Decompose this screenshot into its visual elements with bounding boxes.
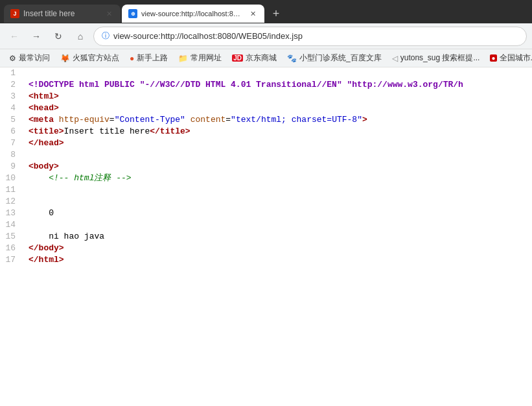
lock-icon: ⓘ (102, 30, 110, 42)
bookmark-xinshou[interactable]: ● 新手上路 (126, 51, 172, 65)
line-number: 15 (0, 231, 26, 243)
source-line-3: 3<html> (0, 91, 532, 102)
new-tab-button[interactable]: + (267, 5, 285, 23)
line-number: 4 (0, 102, 26, 114)
source-line-4: 4<head> (0, 102, 532, 114)
line-content: </html> (26, 254, 532, 266)
bookmarks-bar: ⚙ 最常访问 🦊 火狐官方站点 ● 新手上路 📁 常用网址 JD 京东商城 🐾 … (0, 49, 532, 67)
source-line-5: 5<meta http-equiv="Content-Type" content… (0, 114, 532, 126)
refresh-button[interactable]: ↻ (49, 27, 67, 45)
line-number: 14 (0, 219, 26, 231)
browser-window: J Insert title here ✕ ⊕ view-source:http… (0, 0, 532, 406)
line-content: <html> (26, 91, 532, 102)
source-line-14: 14 (0, 219, 532, 231)
changyong-icon: 📁 (178, 54, 188, 63)
line-number: 17 (0, 254, 26, 266)
line-content: <meta http-equiv="Content-Type" content=… (26, 114, 532, 126)
source-line-10: 10 <!-- html注释 --> (0, 173, 532, 184)
source-line-7: 7</head> (0, 137, 532, 149)
tab-1-title: Insert title here (23, 9, 100, 18)
address-bar[interactable]: ⓘ view-source:http://localhost:8080/WEB0… (93, 27, 527, 46)
tab-2[interactable]: ⊕ view-source:http://localhost:8080/WEB0… (122, 5, 264, 23)
zuichang-icon: ⚙ (9, 54, 16, 63)
source-line-13: 13 0 (0, 208, 532, 219)
line-number: 6 (0, 126, 26, 137)
line-content: <!DOCTYPE html PUBLIC "-//W3C//DTD HTML … (26, 79, 532, 91)
tab-1[interactable]: J Insert title here ✕ (4, 5, 121, 23)
bookmark-zuichang[interactable]: ⚙ 最常访问 (5, 51, 54, 65)
back-button[interactable]: ← (5, 27, 23, 45)
line-content: <head> (26, 102, 532, 114)
line-number: 12 (0, 196, 26, 208)
xiaoxing-icon: 🐾 (287, 54, 297, 63)
source-line-6: 6<title>Insert title here</title> (0, 126, 532, 137)
line-number: 2 (0, 79, 26, 91)
nav-bar: ← → ↻ ⌂ ⓘ view-source:http://localhost:8… (0, 23, 532, 49)
line-content: <!-- html注释 --> (26, 173, 532, 184)
source-line-11: 11 (0, 184, 532, 196)
xinshou-icon: ● (130, 54, 134, 63)
line-number: 7 (0, 137, 26, 149)
line-number: 8 (0, 149, 26, 161)
source-line-15: 15 ni hao java (0, 231, 532, 243)
jd-icon: JD (232, 54, 243, 62)
tab-1-close[interactable]: ✕ (104, 8, 114, 19)
source-line-16: 16</body> (0, 243, 532, 254)
bookmark-jd[interactable]: JD 京东商城 (228, 51, 281, 65)
line-content: <body> (26, 161, 532, 173)
home-button[interactable]: ⌂ (71, 27, 89, 45)
source-viewer: 12<!DOCTYPE html PUBLIC "-//W3C//DTD HTM… (0, 67, 532, 406)
bookmark-quanguo[interactable]: ● 全国城市... (486, 51, 532, 65)
line-content: </head> (26, 137, 532, 149)
source-line-1: 1 (0, 67, 532, 79)
bookmark-xiaoxing[interactable]: 🐾 小型门诊系统_百度文库 (283, 51, 386, 65)
yutons-icon: ◁ (392, 54, 398, 63)
line-number: 13 (0, 208, 26, 219)
source-line-9: 9<body> (0, 161, 532, 173)
line-content: <title>Insert title here</title> (26, 126, 532, 137)
tab-2-icon: ⊕ (128, 9, 137, 18)
tab-1-icon: J (10, 9, 19, 18)
tab-2-close[interactable]: ✕ (248, 8, 258, 19)
huohu-icon: 🦊 (60, 54, 70, 63)
source-line-17: 17</html> (0, 254, 532, 266)
line-number: 9 (0, 161, 26, 173)
bookmark-huohu[interactable]: 🦊 火狐官方站点 (56, 51, 123, 65)
tab-bar: J Insert title here ✕ ⊕ view-source:http… (0, 0, 532, 23)
source-line-2: 2<!DOCTYPE html PUBLIC "-//W3C//DTD HTML… (0, 79, 532, 91)
line-number: 10 (0, 173, 26, 184)
bookmark-changyong[interactable]: 📁 常用网址 (174, 51, 226, 65)
line-number: 16 (0, 243, 26, 254)
line-number: 3 (0, 91, 26, 102)
bookmark-yutons[interactable]: ◁ yutons_sug 搜索框提... (388, 51, 484, 65)
source-line-12: 12 (0, 196, 532, 208)
line-content: ni hao java (26, 231, 532, 243)
line-number: 5 (0, 114, 26, 126)
line-content: 0 (26, 208, 532, 219)
source-line-8: 8 (0, 149, 532, 161)
quanguo-icon: ● (490, 54, 496, 62)
address-text: view-source:http://localhost:8080/WEB05/… (113, 31, 303, 41)
line-number: 1 (0, 67, 26, 79)
forward-button[interactable]: → (27, 27, 45, 45)
line-number: 11 (0, 184, 26, 196)
line-content: </body> (26, 243, 532, 254)
tab-2-title: view-source:http://localhost:8080/WEB05/… (141, 10, 244, 18)
